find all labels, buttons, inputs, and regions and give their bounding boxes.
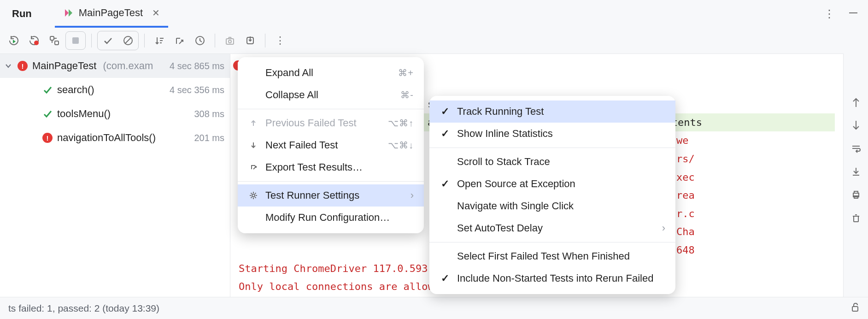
arrow-up-icon	[248, 119, 259, 127]
close-icon[interactable]: ✕	[152, 7, 160, 18]
check-icon: ✓	[440, 128, 451, 140]
toggle-auto-test-button[interactable]	[45, 31, 64, 50]
arrow-down-icon	[248, 142, 259, 149]
screenshot-button[interactable]	[221, 31, 239, 50]
tool-window-title: Run	[12, 8, 32, 20]
tree-root-time: 4 sec 865 ms	[170, 61, 224, 71]
tree-row[interactable]: search() 4 sec 356 ms	[0, 78, 230, 102]
show-passed-button[interactable]	[98, 31, 118, 50]
chevron-right-icon: ›	[411, 189, 414, 201]
minimize-icon[interactable]	[848, 7, 859, 21]
test-tree[interactable]: ! MainPageTest (com.exam 4 sec 865 ms se…	[0, 54, 230, 297]
pass-icon	[41, 109, 53, 118]
menu-separator	[429, 148, 675, 148]
toolbar-divider	[265, 34, 265, 47]
print-icon[interactable]	[849, 187, 863, 202]
svg-line-6	[125, 38, 131, 43]
menu-open-source-at-exception[interactable]: ✓ Open Source at Exception	[429, 173, 675, 195]
menu-select-first-failed[interactable]: Select First Failed Test When Finished	[429, 245, 675, 267]
chevron-right-icon: ›	[662, 222, 665, 234]
export-icon	[248, 164, 259, 171]
svg-rect-14	[852, 307, 858, 311]
menu-modify-run-config[interactable]: Modify Run Configuration…	[238, 207, 424, 229]
tree-root-package: (com.exam	[103, 60, 153, 72]
more-icon[interactable]: ⋮	[824, 7, 835, 20]
check-icon: ✓	[440, 106, 451, 118]
check-icon: ✓	[440, 272, 451, 284]
rerun-failed-button[interactable]	[25, 31, 43, 50]
menu-collapse-all[interactable]: Collapse All ⌘-	[238, 84, 424, 106]
menu-next-failed[interactable]: Next Failed Test ⌥⌘↓	[238, 134, 424, 156]
rerun-button[interactable]	[5, 31, 23, 50]
svg-rect-2	[50, 36, 54, 40]
svg-point-15	[252, 194, 255, 197]
soft-wrap-icon[interactable]	[849, 141, 863, 156]
status-text: ts failed: 1, passed: 2 (today 13:39)	[8, 303, 159, 314]
tab-label: MainPageTest	[79, 7, 143, 19]
tree-root-row[interactable]: ! MainPageTest (com.exam 4 sec 865 ms	[0, 54, 230, 78]
toolbar-divider	[144, 34, 145, 47]
menu-separator	[429, 242, 675, 242]
svg-rect-12	[854, 191, 858, 193]
console-gutter	[843, 53, 868, 319]
svg-point-9	[229, 40, 231, 43]
test-time: 201 ms	[194, 133, 224, 143]
test-time: 308 ms	[194, 109, 224, 119]
svg-rect-3	[55, 41, 59, 45]
status-bar: ts failed: 1, passed: 2 (today 13:39)	[0, 297, 868, 319]
clear-icon[interactable]	[849, 210, 863, 225]
run-toolbar: ⋮	[0, 28, 868, 53]
menu-include-non-started[interactable]: ✓ Include Non-Started Tests into Rerun F…	[429, 267, 675, 289]
scroll-down-icon[interactable]	[849, 118, 863, 133]
test-time: 4 sec 356 ms	[170, 85, 224, 95]
gear-icon	[248, 191, 259, 200]
test-name: toolsMenu()	[57, 108, 111, 120]
menu-navigate-single-click[interactable]: Navigate with Single Click	[429, 195, 675, 217]
show-ignored-button[interactable]	[118, 31, 138, 50]
sort-button[interactable]	[150, 31, 169, 50]
history-button[interactable]	[191, 31, 209, 50]
toolbar-divider	[215, 34, 215, 47]
check-icon: ✓	[440, 178, 451, 190]
menu-set-autotest-delay[interactable]: Set AutoTest Delay ›	[429, 217, 675, 239]
scroll-to-end-icon[interactable]	[849, 164, 863, 179]
lock-icon[interactable]	[850, 302, 860, 314]
menu-show-inline-statistics[interactable]: ✓ Show Inline Statistics	[429, 123, 675, 145]
console-line: Only local connections are allow	[239, 281, 434, 292]
stop-button[interactable]	[65, 31, 86, 50]
test-run-icon	[63, 7, 74, 18]
tree-row[interactable]: ! navigationToAllTools() 201 ms	[0, 126, 230, 150]
toolbar-divider	[91, 34, 92, 47]
svg-rect-8	[226, 39, 234, 44]
run-header: Run MainPageTest ✕ ⋮	[0, 0, 868, 28]
menu-test-runner-settings[interactable]: Test Runner Settings ›	[238, 184, 424, 207]
svg-rect-4	[72, 37, 79, 44]
menu-separator	[238, 109, 424, 109]
scroll-up-icon[interactable]	[849, 95, 863, 110]
menu-scroll-to-stack-trace[interactable]: Scroll to Stack Trace	[429, 151, 675, 173]
menu-export-results[interactable]: Export Test Results…	[238, 156, 424, 178]
menu-track-running-test[interactable]: ✓ Track Running Test	[429, 100, 675, 123]
menu-previous-failed[interactable]: Previous Failed Test ⌥⌘↑	[238, 112, 424, 134]
import-button[interactable]	[241, 31, 259, 50]
more-options-button[interactable]: ⋮	[271, 31, 289, 50]
test-name: search()	[57, 84, 94, 96]
svg-point-1	[34, 41, 39, 45]
console-line: Starting ChromeDriver 117.0.593	[239, 263, 428, 274]
tree-root-name: MainPageTest	[32, 60, 96, 72]
pass-icon	[41, 85, 53, 95]
expand-all-button[interactable]	[170, 31, 189, 50]
context-menu: Expand All ⌘+ Collapse All ⌘- Previous F…	[238, 57, 424, 233]
menu-expand-all[interactable]: Expand All ⌘+	[238, 62, 424, 84]
error-icon: !	[41, 133, 53, 143]
menu-separator	[238, 181, 424, 182]
run-tab[interactable]: MainPageTest ✕	[55, 0, 168, 28]
tree-row[interactable]: toolsMenu() 308 ms	[0, 102, 230, 126]
test-name: navigationToAllTools()	[57, 132, 156, 144]
error-icon: !	[17, 61, 29, 71]
submenu-test-runner-settings: ✓ Track Running Test ✓ Show Inline Stati…	[429, 96, 675, 294]
chevron-down-icon[interactable]	[4, 63, 13, 69]
